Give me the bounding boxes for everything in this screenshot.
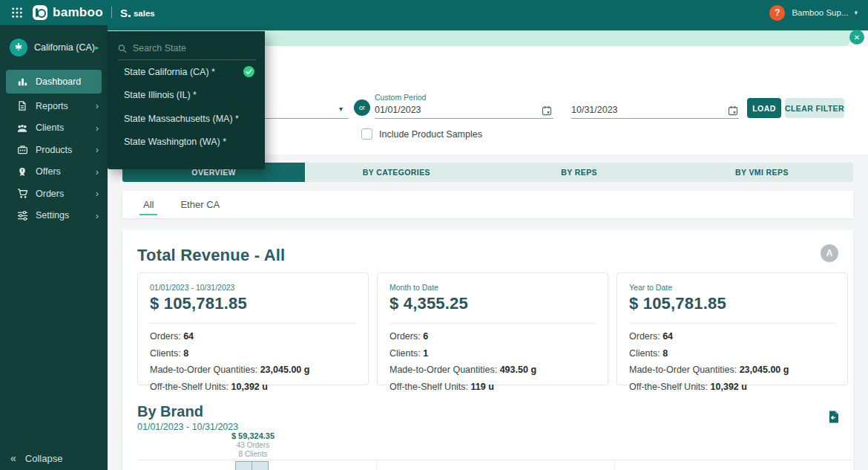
clients-stat: Clients: 8 (150, 348, 356, 359)
chart-gridline (614, 460, 615, 470)
state-option-label: State Washington (WA) * (124, 137, 226, 147)
brand-subtabs: All Ether CA (122, 191, 853, 218)
revenue-card-period: 01/01/2023 - 10/31/2023 $ 105,781.85 Ord… (137, 272, 369, 385)
header-sub-strip (108, 25, 868, 30)
mto-stat: Made-to-Order Quantities: 493.50 g (389, 365, 596, 375)
sidebar-item-label: Settings (36, 210, 69, 221)
search-icon (118, 44, 127, 53)
state-option-label: State California (CA) * (124, 67, 215, 77)
date-to-underline (571, 118, 739, 119)
card-period-label: 01/01/2023 - 10/31/2023 (150, 283, 356, 292)
sidebar-item-dashboard[interactable]: Dashboard (6, 70, 102, 94)
load-button[interactable]: LOAD (747, 98, 781, 118)
state-search-input[interactable] (133, 43, 256, 53)
state-option-label: State Illinois (IL) * (124, 90, 197, 100)
orders-stat: Orders: 64 (150, 331, 356, 342)
ots-stat: Off-the-Shelf Units: 10,392 u (629, 382, 835, 392)
sidebar-item-label: Orders (36, 189, 64, 199)
sidebar-item-label: Clients (36, 123, 64, 133)
grid-dots-icon (11, 7, 23, 19)
clients-stat: Clients: 8 (629, 348, 835, 359)
chart-gridline (376, 460, 377, 470)
export-file-icon[interactable] (828, 411, 839, 426)
tab-by-vmi-reps[interactable]: BY VMI REPS (671, 163, 853, 182)
bar-amount-label: $ 59,324.35 (208, 431, 297, 441)
sidebar-collapse-button[interactable]: « Collapse (10, 452, 62, 464)
orders-stat: Orders: 64 (629, 331, 835, 342)
bar-orders-label: 43 Orders (208, 441, 297, 450)
state-option-massachusetts[interactable]: State Massachusetts (MA) * (108, 107, 265, 131)
sidebar: California (CA) ▸ Dashboard (0, 25, 108, 470)
subtab-all[interactable]: All (143, 191, 154, 218)
sidebar-item-offers[interactable]: Offers › (0, 161, 108, 183)
revenue-card-ytd: Year to Date $ 105,781.85 Orders: 64 Cli… (617, 272, 848, 385)
date-from-input[interactable]: 01/01/2023 (375, 105, 421, 115)
app-grid-icon[interactable] (10, 6, 24, 19)
sidebar-state-selector[interactable]: California (CA) ▸ (0, 33, 108, 62)
card-divider (629, 323, 835, 324)
bar-value-labels: $ 59,324.35 43 Orders 8 Clients (208, 431, 297, 458)
by-brand-period: 01/01/2023 - 10/31/2023 (137, 422, 238, 432)
clear-filter-button[interactable]: CLEAR FILTER (785, 98, 844, 118)
state-option-label: State Massachusetts (MA) * (124, 114, 239, 124)
state-caret-icon: ▸ (95, 44, 99, 51)
date-to-input[interactable]: 10/31/2023 (571, 105, 618, 115)
bamboo-logo-text: bamboo (53, 5, 103, 20)
sidebar-item-orders[interactable]: Orders › (0, 183, 108, 205)
orders-stat: Orders: 6 (389, 331, 596, 342)
chevron-right-icon: › (96, 144, 99, 155)
collapse-label: Collapse (25, 453, 63, 464)
user-avatar[interactable]: ? (769, 5, 785, 21)
sales-sub-mark (128, 15, 131, 17)
revenue-card-mtd: Month to Date $ 4,355.25 Orders: 6 Clien… (377, 272, 608, 385)
chevron-right-icon: › (96, 166, 99, 177)
card-amount: $ 4,355.25 (389, 294, 596, 313)
tab-by-categories[interactable]: BY CATEGORIES (305, 163, 487, 182)
by-brand-title: By Brand (137, 403, 203, 420)
period-select-caret-icon[interactable]: ▾ (339, 105, 343, 113)
calendar-icon[interactable] (728, 105, 738, 119)
clients-stat: Clients: 1 (389, 348, 596, 359)
sidebar-item-reports[interactable]: Reports › (0, 95, 108, 117)
sidebar-item-clients[interactable]: Clients › (0, 117, 108, 140)
tab-by-reps[interactable]: BY REPS (488, 163, 671, 182)
sidebar-item-label: Products (36, 145, 72, 155)
overview-card: Total Revenue - All A 01/01/2023 - 10/31… (122, 229, 853, 470)
date-from-underline (375, 118, 553, 119)
calendar-icon[interactable] (542, 105, 552, 119)
user-menu-caret-icon: ▾ (854, 9, 858, 16)
brand-bar[interactable] (235, 461, 252, 470)
card-divider (389, 323, 596, 324)
sales-product-logo: S sales (120, 7, 155, 19)
anchor-badge[interactable]: A (821, 244, 838, 262)
state-option-california[interactable]: State California (CA) * (108, 60, 265, 84)
sidebar-nav: Dashboard Reports › (0, 70, 108, 226)
offers-badge-icon (16, 166, 28, 177)
state-option-illinois[interactable]: State Illinois (IL) * (108, 84, 265, 108)
sidebar-item-products[interactable]: Products › (0, 139, 108, 161)
chevron-right-icon: › (96, 100, 99, 111)
dashboard-chart-icon (16, 76, 28, 88)
card-amount: $ 105,781.85 (629, 294, 835, 313)
period-select-underline (265, 118, 349, 119)
products-case-icon (16, 144, 28, 155)
banner-close-icon[interactable]: ✕ (849, 30, 864, 45)
by-brand-chart (138, 460, 852, 470)
subtab-ether-ca[interactable]: Ether CA (180, 191, 220, 218)
header-divider (111, 7, 112, 19)
brand-bar[interactable] (251, 461, 269, 470)
chevron-right-icon: › (96, 210, 99, 221)
sidebar-item-settings[interactable]: Settings › (0, 205, 108, 227)
app-root: bamboo S sales ? Bamboo Sup... ▾ (0, 0, 868, 470)
cannabis-leaf-icon (10, 39, 27, 56)
ots-stat: Off-the-Shelf Units: 10,392 u (150, 382, 356, 392)
mto-stat: Made-to-Order Quantities: 23,045.00 g (629, 365, 835, 375)
include-samples-checkbox[interactable] (361, 128, 372, 140)
report-document-icon (16, 100, 28, 111)
state-option-washington[interactable]: State Washington (WA) * (108, 131, 265, 154)
sidebar-state-label: California (CA) (34, 42, 95, 53)
chevron-right-icon: › (96, 188, 99, 199)
ots-stat: Off-the-Shelf Units: 119 u (389, 382, 596, 392)
sales-product-name: sales (134, 9, 155, 18)
user-menu[interactable]: ? Bamboo Sup... ▾ (769, 5, 858, 21)
